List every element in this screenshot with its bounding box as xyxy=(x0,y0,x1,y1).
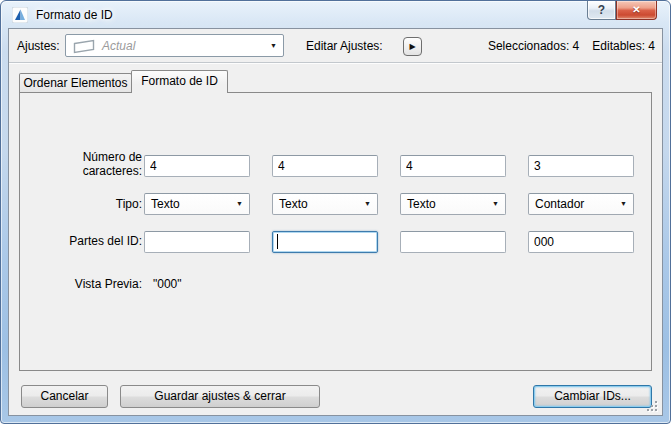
preset-dropdown[interactable]: Actual ▼ xyxy=(65,34,284,57)
caracteres-input-2[interactable] xyxy=(272,155,378,177)
settings-bar: Ajustes: Actual ▼ Editar Ajustes: ▶ Sele… xyxy=(9,29,662,63)
tipo-dropdown-1[interactable]: Texto ▼ xyxy=(144,193,250,215)
editar-ajustes-label: Editar Ajustes: xyxy=(306,39,383,53)
caracteres-input-1[interactable] xyxy=(144,155,250,177)
tipo-dropdown-4[interactable]: Contador ▼ xyxy=(528,193,634,215)
formato-de-id-panel: Número de caracteres: Tipo: Partes del I… xyxy=(19,92,652,371)
help-icon[interactable]: ? xyxy=(587,1,616,20)
dropdown-arrow-icon: ▼ xyxy=(364,200,371,208)
caracteres-input-4[interactable] xyxy=(528,155,634,177)
window-title: Formato de ID xyxy=(36,8,113,22)
seleccionados-count: Seleccionados: 4 xyxy=(488,39,579,53)
tab-formato-de-id[interactable]: Formato de ID xyxy=(131,70,228,93)
tab-ordenar-elementos[interactable]: Ordenar Elementos xyxy=(19,73,132,92)
vista-previa-value: "000" xyxy=(153,277,182,291)
ajustes-label: Ajustes: xyxy=(17,39,60,53)
editar-ajustes-menu-button[interactable]: ▶ xyxy=(403,37,422,56)
app-icon xyxy=(12,7,28,23)
change-ids-button[interactable]: Cambiar IDs... xyxy=(533,385,652,408)
selection-counts: Seleccionados: 4 Editables: 4 xyxy=(488,39,655,53)
editables-count: Editables: 4 xyxy=(592,39,655,53)
preset-shape-icon xyxy=(73,39,95,57)
dialog-formato-de-id: Formato de ID ? ✕ Ajustes: Actual ▼ Edit… xyxy=(0,0,671,424)
tipo-value-1: Texto xyxy=(151,197,180,211)
parte-id-input-4[interactable] xyxy=(528,231,634,253)
dropdown-arrow-icon: ▼ xyxy=(270,42,277,50)
play-icon: ▶ xyxy=(409,42,415,51)
tipo-value-2: Texto xyxy=(279,197,308,211)
tipo-dropdown-3[interactable]: Texto ▼ xyxy=(400,193,506,215)
parte-id-input-2[interactable] xyxy=(272,231,378,253)
text-caret xyxy=(277,234,278,249)
dropdown-arrow-icon: ▼ xyxy=(236,200,243,208)
titlebar[interactable]: Formato de ID ? ✕ xyxy=(1,1,670,28)
tipo-label: Tipo: xyxy=(28,197,142,211)
numero-caracteres-label: Número de caracteres: xyxy=(28,150,142,178)
resize-grip[interactable] xyxy=(646,400,658,412)
tipo-value-4: Contador xyxy=(535,197,584,211)
caracteres-input-3[interactable] xyxy=(400,155,506,177)
parte-id-input-3[interactable] xyxy=(400,231,506,253)
preset-value: Actual xyxy=(102,39,135,53)
parte-id-input-1[interactable] xyxy=(144,231,250,253)
close-icon[interactable]: ✕ xyxy=(616,1,657,20)
caption-buttons: ? ✕ xyxy=(587,1,657,20)
vista-previa-label: Vista Previa: xyxy=(28,277,142,291)
save-and-close-button[interactable]: Guardar ajustes & cerrar xyxy=(120,385,320,408)
dropdown-arrow-icon: ▼ xyxy=(492,200,499,208)
cancel-button[interactable]: Cancelar xyxy=(21,385,108,408)
tipo-value-3: Texto xyxy=(407,197,436,211)
dialog-body: Ajustes: Actual ▼ Editar Ajustes: ▶ Sele… xyxy=(8,28,663,416)
partes-del-id-label: Partes del ID: xyxy=(28,234,142,248)
dropdown-arrow-icon: ▼ xyxy=(620,200,627,208)
tipo-dropdown-2[interactable]: Texto ▼ xyxy=(272,193,378,215)
